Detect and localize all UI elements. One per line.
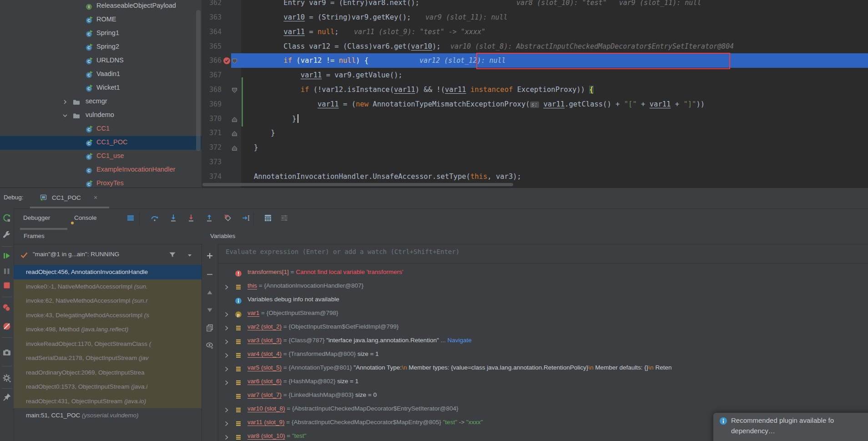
frame-row[interactable]: readObject:456, AnnotationInvocationHand… xyxy=(14,265,202,279)
notification-balloon[interactable]: Recommended plugin available fo dependen… xyxy=(713,413,868,441)
editor-line-372[interactable]: 372 } xyxy=(202,140,868,155)
code-text[interactable]: if (!var12.isInstance(var11) && !(var11 … xyxy=(241,82,594,97)
code-text[interactable]: Entry var9 = (Entry)var8.next(); xyxy=(241,0,419,10)
editor-line-368[interactable]: 368 if (!var12.isInstance(var11) && !(va… xyxy=(202,82,868,97)
code-text[interactable]: var11 = (new AnnotationTypeMismatchExcep… xyxy=(241,97,705,112)
line-number[interactable]: 367 xyxy=(202,68,222,82)
variable-row-transformers[1][interactable]: transformers[1] = Cannot find local vari… xyxy=(217,265,868,279)
chevron-down-icon[interactable] xyxy=(61,112,69,119)
breakpoint-icon[interactable] xyxy=(223,57,230,64)
move-watch-up-button[interactable] xyxy=(206,289,214,297)
frame-row[interactable]: readSerialData:2178, ObjectInputStream (… xyxy=(14,351,202,365)
step-over-button[interactable] xyxy=(151,214,161,225)
navigate-link[interactable]: Navigate xyxy=(447,337,471,344)
expand-chevron-icon[interactable] xyxy=(223,419,230,426)
editor-line-363[interactable]: 363 var10 = (String)var9.getKey();var9 (… xyxy=(202,10,868,25)
drop-frame-button[interactable] xyxy=(224,214,235,225)
chevron-right-icon[interactable] xyxy=(61,98,69,106)
thread-selector[interactable]: "main"@1 in g...ain": RUNNING xyxy=(14,248,202,262)
fold-up-icon[interactable] xyxy=(232,130,239,137)
mute-breakpoints-button[interactable] xyxy=(2,322,11,331)
editor-line-365[interactable]: 365 Class var12 = (Class)var6.get(var10)… xyxy=(202,39,868,54)
frame-row[interactable]: invoke:498, Method (java.lang.reflect) xyxy=(14,322,202,337)
editor-line-369[interactable]: 369 var11 = (new AnnotationTypeMismatchE… xyxy=(202,97,868,112)
move-watch-down-button[interactable] xyxy=(206,306,214,314)
line-number[interactable]: 364 xyxy=(202,25,222,39)
variable-row-var3 (slot_3)[interactable]: var3 (slot_3) = {Class@787} "interface j… xyxy=(217,334,868,347)
duplicate-watch-button[interactable] xyxy=(206,324,214,332)
tree-item-ExampleInvocationHandler[interactable]: CExampleInvocationHandler xyxy=(0,163,202,177)
tree-item-ProxyTes[interactable]: CProxyTes xyxy=(0,177,202,188)
line-number[interactable]: 368 xyxy=(202,82,222,97)
fold-down-icon[interactable] xyxy=(232,87,239,94)
line-number[interactable]: 366 xyxy=(202,53,222,68)
view-options-button[interactable] xyxy=(206,341,214,350)
pause-button[interactable] xyxy=(2,267,11,276)
expand-chevron-icon[interactable] xyxy=(223,337,230,344)
variable-row-this[interactable]: this = {AnnotationInvocationHandler@807} xyxy=(217,279,868,293)
line-number[interactable]: 373 xyxy=(202,155,222,169)
run-to-cursor-button[interactable] xyxy=(242,214,253,225)
variable-row-var7 (slot_7)[interactable]: var7 (slot_7) = {LinkedHashMap@803} size… xyxy=(217,388,868,402)
code-text[interactable]: } xyxy=(241,126,275,140)
code-text[interactable]: var11 = null; xyxy=(241,25,339,39)
frame-row[interactable]: readObject:431, ObjectInputStream (java.… xyxy=(14,394,202,409)
stop-button[interactable] xyxy=(2,281,11,290)
code-editor[interactable]: 362 Entry var9 = (Entry)var8.next();var8… xyxy=(202,0,868,188)
tree-item-Spring2[interactable]: CSpring2 xyxy=(0,41,202,54)
expand-chevron-icon[interactable] xyxy=(223,364,230,371)
line-number[interactable]: 365 xyxy=(202,39,222,54)
code-text[interactable]: } xyxy=(241,112,296,126)
tree-item-Spring1[interactable]: CSpring1 xyxy=(0,27,202,41)
expand-chevron-icon[interactable] xyxy=(223,282,230,289)
variable-row-var6 (slot_6)[interactable]: var6 (slot_6) = {HashMap@802} size = 1 xyxy=(217,375,868,388)
evaluate-expression-input[interactable] xyxy=(225,248,854,256)
fold-up-icon[interactable] xyxy=(232,145,239,152)
line-number[interactable]: 362 xyxy=(202,0,222,10)
tree-item-URLDNS[interactable]: CURLDNS xyxy=(0,54,202,68)
frame-row[interactable]: readOrdinaryObject:2069, ObjectInputStre… xyxy=(14,365,202,380)
code-text[interactable]: if (var12 != null) { xyxy=(241,53,368,68)
editor-hscrollbar[interactable] xyxy=(202,183,513,186)
step-into-button[interactable] xyxy=(169,214,180,225)
code-text[interactable]: var11 = var9.getValue(); xyxy=(241,68,403,82)
fold-down-icon[interactable] xyxy=(232,58,239,65)
code-text[interactable]: Class var12 = (Class)var6.get(var10); xyxy=(241,39,441,54)
variable-row-var5 (slot_5)[interactable]: var5 (slot_5) = {AnnotationType@801} "An… xyxy=(217,361,868,375)
close-tab-icon[interactable]: × xyxy=(94,194,97,201)
code-text[interactable]: AnnotationInvocationHandler.UnsafeAccess… xyxy=(241,169,521,184)
tab-console[interactable]: Console xyxy=(74,214,97,221)
filter-icon[interactable] xyxy=(168,251,177,259)
expand-chevron-icon[interactable] xyxy=(223,432,230,440)
tree-item-ReleaseableObjectPayload[interactable]: IReleaseableObjectPayload xyxy=(0,0,202,13)
variable-row-var2 (slot_2)[interactable]: var2 (slot_2) = {ObjectInputStream$GetFi… xyxy=(217,320,868,334)
variable-row-info[interactable]: Variables debug info not available xyxy=(217,293,868,306)
editor-line-370[interactable]: 370 } xyxy=(202,112,868,126)
pin-button[interactable] xyxy=(2,393,11,402)
resume-button[interactable] xyxy=(2,251,11,260)
variable-row-var4 (slot_4)[interactable]: var4 (slot_4) = {TransformedMap@800} siz… xyxy=(217,347,868,361)
expand-chevron-icon[interactable] xyxy=(223,405,230,412)
rerun-button[interactable] xyxy=(2,214,11,223)
edit-configuration-button[interactable] xyxy=(2,230,11,239)
settings-sliders-button[interactable] xyxy=(280,214,291,225)
tree-item-CC1_POC[interactable]: CCC1_POC xyxy=(0,136,202,150)
editor-line-374[interactable]: 374 AnnotationInvocationHandler.UnsafeAc… xyxy=(202,169,868,184)
tree-item-vulndemo[interactable]: vulndemo xyxy=(0,109,202,122)
line-number[interactable]: 372 xyxy=(202,140,222,155)
tree-item-CC1[interactable]: CCC1 xyxy=(0,122,202,136)
expand-chevron-icon[interactable] xyxy=(223,350,230,358)
tab-debugger[interactable]: Debugger xyxy=(23,214,50,221)
tree-item-secmgr[interactable]: secmgr xyxy=(0,95,202,109)
project-tree-scrollbar[interactable] xyxy=(196,10,201,151)
editor-line-367[interactable]: 367 var11 = var9.getValue(); xyxy=(202,68,868,82)
frame-row[interactable]: main:51, CC1_POC (ysoserial.vulndemo) xyxy=(14,408,202,423)
line-number[interactable]: 374 xyxy=(202,169,222,184)
view-breakpoints-button[interactable] xyxy=(2,303,11,312)
force-step-into-button[interactable] xyxy=(187,214,198,225)
remove-watch-button[interactable] xyxy=(206,270,214,279)
debug-session-tab[interactable]: CC1_POC × xyxy=(30,190,109,208)
expand-chevron-icon[interactable] xyxy=(223,378,230,385)
code-text[interactable]: var10 = (String)var9.getKey(); xyxy=(241,10,411,25)
code-text[interactable]: } xyxy=(241,140,258,155)
